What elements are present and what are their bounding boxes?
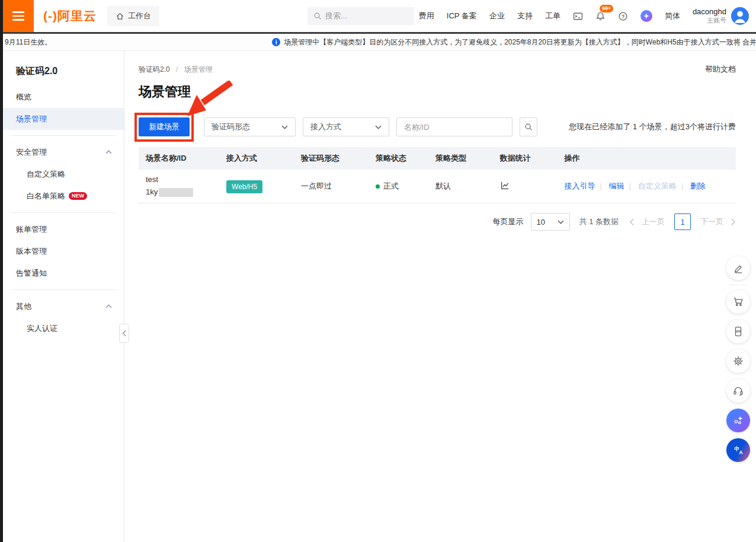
action-separator: | <box>629 181 631 190</box>
prev-arrow[interactable] <box>629 218 635 226</box>
access-type-filter-label: 接入方式 <box>310 122 341 132</box>
svg-text:?: ? <box>622 13 624 19</box>
nav-icp[interactable]: ICP 备案 <box>447 11 477 21</box>
sidebar-item-scene-management[interactable]: 场景管理 <box>3 108 124 130</box>
col-stats: 数据统计 <box>493 153 558 164</box>
sidebar-item-whitelist-policy[interactable]: 白名单策略 NEW <box>3 185 124 207</box>
breadcrumb-current: 场景管理 <box>184 65 213 74</box>
app-download-button[interactable]: APP <box>726 320 750 343</box>
aliyun-logo[interactable]: (-)阿里云 <box>34 8 107 24</box>
table-search-button[interactable] <box>520 117 537 136</box>
account-info[interactable]: daconghd 主账号 <box>693 7 749 25</box>
sidebar-title: 验证码2.0 <box>3 65 124 86</box>
chevron-left-icon <box>122 330 127 337</box>
gear-icon <box>733 356 744 366</box>
sidebar-group-other[interactable]: 其他 <box>3 295 124 317</box>
col-actions: 操作 <box>558 153 736 164</box>
table-header: 场景名称/ID 接入方式 验证码形态 策略状态 策略类型 数据统计 操作 <box>139 147 736 170</box>
per-page-value: 10 <box>537 218 545 227</box>
redacted-id <box>159 188 193 197</box>
header-nav: 费用 ICP 备案 企业 支持 工单 99+ ? 简体 <box>419 7 756 25</box>
app-icon: APP <box>733 326 744 337</box>
action-access-guide[interactable]: 接入引导 <box>565 181 595 190</box>
nav-support[interactable]: 支持 <box>517 11 533 21</box>
floating-toolbar: APP 中A <box>726 256 750 468</box>
table-row: test 1ky Web/H5 一点即过 正式 默认 <box>139 170 736 203</box>
avatar[interactable] <box>731 7 749 25</box>
language-switcher[interactable]: 简体 <box>665 11 680 21</box>
window-edge <box>0 0 3 542</box>
settings-button[interactable] <box>726 349 750 373</box>
pencil-icon <box>733 263 744 273</box>
chevron-down-icon <box>281 125 288 129</box>
sidebar-group-other-label: 其他 <box>16 301 31 312</box>
sidebar-group-security[interactable]: 安全管理 <box>3 141 124 163</box>
workspace-button[interactable]: 工作台 <box>107 6 159 26</box>
sidebar-divider <box>11 289 116 290</box>
translate-icon: 中A <box>733 445 744 456</box>
name-id-input[interactable] <box>396 117 512 136</box>
prev-page-button[interactable]: 上一页 <box>642 216 665 227</box>
breadcrumb-root[interactable]: 验证码2.0 <box>139 65 170 74</box>
captcha-type-value: 一点即过 <box>294 181 369 192</box>
col-policy-type: 策略类型 <box>428 153 493 164</box>
nav-enterprise[interactable]: 企业 <box>489 11 505 21</box>
sidebar-collapse-handle[interactable] <box>119 324 129 343</box>
assistant-icon[interactable] <box>640 10 652 22</box>
sidebar-item-version[interactable]: 版本管理 <box>3 240 124 262</box>
sidebar-item-billing[interactable]: 账单管理 <box>3 218 124 240</box>
global-search[interactable]: 搜索... <box>307 7 414 25</box>
action-separator: | <box>600 181 602 190</box>
current-page[interactable]: 1 <box>674 213 691 230</box>
account-role: 主账号 <box>693 17 726 25</box>
headset-icon <box>733 385 744 396</box>
search-icon <box>524 123 533 131</box>
scene-id-prefix: 1ky <box>146 186 158 199</box>
stats-chart-icon[interactable] <box>500 180 510 190</box>
action-custom-policy[interactable]: 自定义策略 <box>638 181 677 190</box>
new-scene-button[interactable]: 新建场景 <box>139 117 190 136</box>
scene-table: 场景名称/ID 接入方式 验证码形态 策略状态 策略类型 数据统计 操作 tes… <box>139 147 736 203</box>
nav-tickets[interactable]: 工单 <box>545 11 560 21</box>
translate-button[interactable]: 中A <box>726 438 750 462</box>
access-type-filter[interactable]: 接入方式 <box>303 117 389 136</box>
cart-button[interactable] <box>726 290 750 314</box>
next-arrow[interactable] <box>731 218 736 226</box>
chevron-down-icon <box>558 220 564 224</box>
sidebar-item-alert[interactable]: 告警通知 <box>3 262 124 284</box>
breadcrumb-separator: / <box>176 65 178 74</box>
action-delete[interactable]: 删除 <box>690 181 706 190</box>
next-page-button[interactable]: 下一页 <box>700 216 723 227</box>
per-page-select[interactable]: 10 <box>531 213 570 231</box>
pagination: 每页显示 10 共 1 条数据 上一页 1 下一页 <box>139 213 736 231</box>
chevron-up-icon <box>105 150 112 154</box>
action-edit[interactable]: 编辑 <box>609 181 624 190</box>
sidebar-item-real-person[interactable]: 实人认证 <box>3 317 124 339</box>
help-doc-link[interactable]: 帮助文档 <box>705 64 736 75</box>
chevron-down-icon <box>375 125 382 129</box>
col-scene-name: 场景名称/ID <box>139 153 219 164</box>
scene-name: test <box>146 174 219 186</box>
dock-divider <box>729 285 748 285</box>
sidebar-item-overview[interactable]: 概览 <box>3 86 124 108</box>
status-dot <box>376 184 380 189</box>
feedback-pencil-button[interactable] <box>726 256 750 280</box>
nav-billing[interactable]: 费用 <box>419 11 434 21</box>
captcha-type-filter[interactable]: 验证码形态 <box>204 117 296 136</box>
toolbar: 新建场景 验证码形态 接入方式 <box>139 117 736 136</box>
action-separator: | <box>681 181 683 190</box>
notifications-bell[interactable]: 99+ <box>595 11 606 21</box>
quota-text: 您现在已经添加了 1 个场景，超过3个将进行计费 <box>569 122 736 132</box>
top-header: (-)阿里云 工作台 搜索... 费用 ICP 备案 企业 支持 工单 99+ <box>3 0 756 32</box>
page-title: 场景管理 <box>139 83 736 101</box>
banner-message: 场景管理中【客户端类型】目的为区分不同接入方式，为了避免歧义，2025年8月20… <box>284 37 756 47</box>
sidebar-divider <box>11 212 116 213</box>
ai-assistant-button[interactable] <box>726 409 750 432</box>
sidebar-item-custom-policy[interactable]: 自定义策略 <box>3 163 124 185</box>
hamburger-menu-button[interactable] <box>3 0 34 32</box>
cloudshell-terminal-icon[interactable] <box>573 11 583 21</box>
sidebar-item-whitelist-label: 白名单策略 <box>27 191 65 202</box>
help-icon[interactable]: ? <box>618 11 628 21</box>
ai-sparkle-icon <box>733 415 744 426</box>
support-button[interactable] <box>726 379 750 403</box>
